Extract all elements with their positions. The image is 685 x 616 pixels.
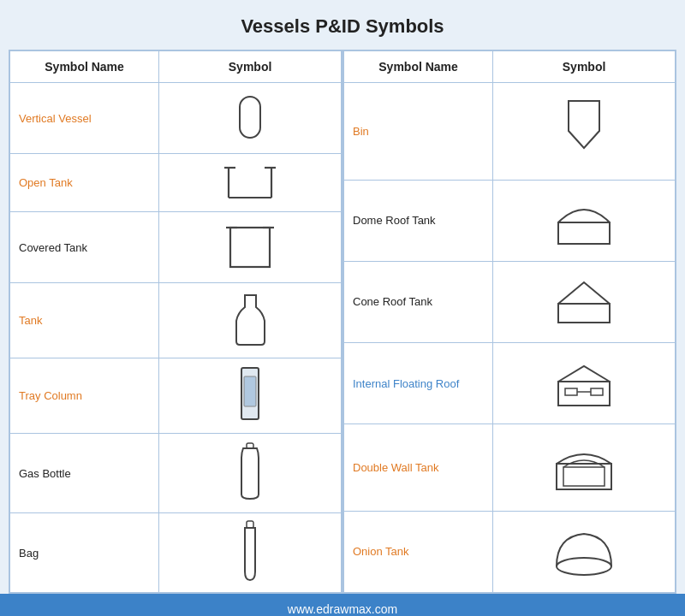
svg-rect-10 [244,376,256,406]
table-row: Bin [344,83,676,181]
table-row: Tray Column [10,358,342,434]
right-col2-header: Symbol [493,51,676,83]
symbol-gas-bottle [159,434,342,513]
table-row: Gas Bottle [10,434,342,513]
name-double-wall-tank: Double Wall Tank [344,424,493,511]
svg-point-21 [557,558,611,575]
svg-rect-20 [563,467,605,486]
table-row: Tank [10,283,342,358]
svg-rect-14 [558,304,610,323]
table-row: Bag [10,513,342,593]
name-tank: Tank [10,283,159,358]
name-open-tank: Open Tank [10,154,159,212]
name-cone-roof-tank: Cone Roof Tank [344,261,493,342]
symbol-dome-roof-tank [493,180,676,261]
symbol-internal-floating-roof [493,343,676,424]
symbol-onion-tank [493,511,676,592]
table-row: Onion Tank [344,511,676,592]
symbol-vertical-vessel [159,83,342,154]
symbol-covered-tank [159,212,342,283]
name-dome-roof-tank: Dome Roof Tank [344,180,493,261]
table-row: Covered Tank [10,212,342,283]
page-title: Vessels P&ID Symbols [241,15,444,38]
footer-text: www.edrawmax.com [288,602,397,616]
table-row: Open Tank [10,154,342,212]
svg-rect-16 [565,388,577,395]
left-table: Symbol Name Symbol Vertical Vessel Open … [9,50,342,593]
svg-rect-6 [230,228,270,267]
left-col2-header: Symbol [159,51,342,83]
name-bin: Bin [344,83,493,181]
table-row: Cone Roof Tank [344,261,676,342]
right-col1-header: Symbol Name [344,51,493,83]
table-row: Vertical Vessel [10,83,342,154]
main-table: Symbol Name Symbol Vertical Vessel Open … [9,50,676,594]
left-col1-header: Symbol Name [10,51,159,83]
right-table: Symbol Name Symbol Bin Dome Roof Tank [343,50,676,593]
symbol-bin [493,83,676,181]
name-covered-tank: Covered Tank [10,212,159,283]
symbol-open-tank [159,154,342,212]
svg-rect-12 [247,521,253,528]
name-onion-tank: Onion Tank [344,511,493,592]
footer: www.edrawmax.com [0,594,685,616]
name-gas-bottle: Gas Bottle [10,434,159,513]
table-row: Dome Roof Tank [344,180,676,261]
symbol-tray-column [159,358,342,434]
svg-rect-13 [558,222,610,244]
name-tray-column: Tray Column [10,358,159,434]
name-bag: Bag [10,513,159,593]
table-row: Internal Floating Roof [344,343,676,424]
symbol-bag [159,513,342,593]
svg-rect-15 [558,382,610,406]
name-internal-floating-roof: Internal Floating Roof [344,343,493,424]
symbol-cone-roof-tank [493,261,676,342]
symbol-double-wall-tank [493,424,676,511]
svg-rect-17 [591,388,603,395]
svg-rect-0 [240,97,260,138]
table-row: Double Wall Tank [344,424,676,511]
name-vertical-vessel: Vertical Vessel [10,83,159,154]
symbol-tank [159,283,342,358]
